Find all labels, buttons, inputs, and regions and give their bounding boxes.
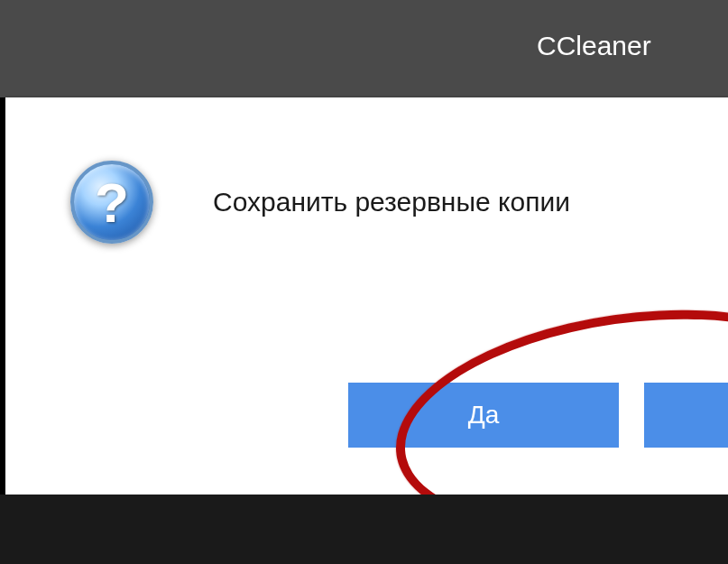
app-title: CCleaner xyxy=(537,31,651,61)
question-icon xyxy=(70,161,153,244)
dialog-message: Сохранить резервные копии xyxy=(213,187,570,217)
titlebar: CCleaner xyxy=(0,0,728,97)
dialog-button-row: Да xyxy=(348,383,728,448)
bottom-bar xyxy=(0,495,728,564)
confirm-dialog: Сохранить резервные копии Да xyxy=(5,97,728,495)
no-button[interactable] xyxy=(644,383,728,448)
yes-button[interactable]: Да xyxy=(348,383,619,448)
dialog-content: Сохранить резервные копии xyxy=(5,97,728,262)
